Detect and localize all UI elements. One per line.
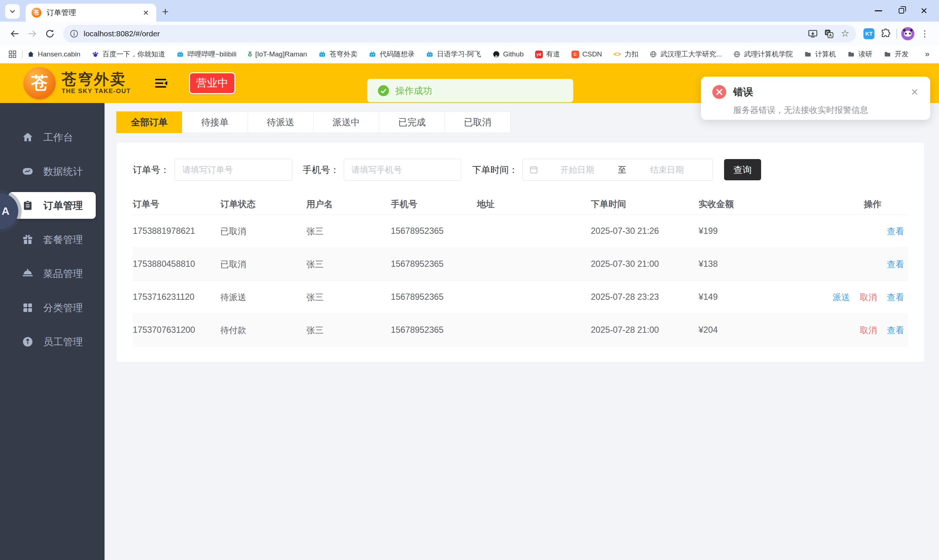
order-tab-4[interactable]: 派送中 [313,111,379,133]
table-cell: 张三 [306,325,391,336]
browser-tab[interactable]: 苍 订单管理 ✕ [26,4,156,22]
start-date-placeholder[interactable]: 开始日期 [538,164,617,175]
action-danger-link[interactable]: 取消 [860,291,877,303]
sidebar-item-label: 工作台 [43,131,73,144]
sidebar-item-3[interactable]: 订单管理 [8,192,96,219]
order-tab-6[interactable]: 已取消 [444,111,510,133]
action-view-link[interactable]: 查看 [887,225,904,237]
restore-icon [899,8,904,14]
status-badge[interactable]: 营业中 [189,72,236,94]
translate-icon[interactable]: GA [821,26,837,41]
bookmark-item[interactable]: yd有道 [535,49,560,59]
github-icon [493,51,500,58]
column-header: 订单状态 [220,198,307,210]
bookmark-label: CSDN [583,50,602,58]
install-app-icon[interactable] [805,26,821,41]
end-date-placeholder[interactable]: 结束日期 [628,164,706,175]
minimize-button[interactable] [867,0,890,22]
action-view-link[interactable]: 查看 [887,258,904,270]
bookmark-star-icon[interactable]: ☆ [837,26,853,41]
action-view-link[interactable]: 查看 [887,325,904,336]
new-tab-button[interactable]: + [162,6,169,17]
calendar-icon [529,165,538,174]
bookmark-item[interactable]: 日语学习-阿飞 [426,49,481,59]
bilibili-tv-icon [318,51,326,58]
bookmark-item[interactable]: CCSDN [572,50,602,58]
address-bar[interactable]: localhost:8082/#/order GA ☆ [63,25,856,43]
app-logo[interactable]: 苍 苍穹外卖 THE SKY TAKE-OUT [23,67,131,99]
table-cell: 已取消 [220,258,307,270]
phone-input[interactable] [344,159,461,181]
reload-button[interactable] [41,25,59,43]
order-tab-1[interactable]: 全部订单 [116,111,182,133]
sidebar-item-5[interactable]: 菜品管理 [0,257,105,291]
notification-close-icon[interactable]: ✕ [909,87,920,97]
profile-button[interactable] [899,25,916,42]
order-tab-3[interactable]: 待派送 [248,111,314,133]
kt-extension-button[interactable]: KT [860,25,877,42]
table-cell: ¥149 [698,292,801,302]
bookmark-item[interactable]: 计算机 [804,49,836,59]
bookmark-item[interactable]: Hansen.cabin [27,50,80,58]
order-tab-label: 已完成 [398,116,426,128]
notification-message: 服务器错误，无法接收实时报警信息 [733,105,920,116]
table-cell: 15678952365 [391,226,477,236]
url-text[interactable]: localhost:8082/#/order [83,29,160,38]
bookmark-item[interactable]: 代码随想录 [369,49,415,59]
bookmark-item[interactable]: 读研 [847,49,872,59]
bookmarks-overflow-button[interactable]: » [920,49,934,59]
bookmark-label: [IoT-Mag]Raman [255,50,307,58]
tab-close-icon[interactable]: ✕ [140,8,151,18]
bookmark-item[interactable]: 武汉理工大学研究... [649,49,722,59]
site-info-icon[interactable] [70,29,79,38]
table-cell: 2025-07-28 21:00 [591,325,699,335]
bookmark-item[interactable]: 武理计算机学院 [733,49,793,59]
bookmark-label: 读研 [858,49,872,59]
bookmark-label: Hansen.cabin [38,50,80,58]
sidebar-item-6[interactable]: 分类管理 [0,291,105,325]
bookmark-item[interactable]: 百度一下，你就知道 [92,49,165,59]
site-badge-icon: yd [535,51,543,58]
bookmark-item[interactable]: <>力扣 [613,49,638,59]
sidebar-collapse-button[interactable] [154,77,168,89]
action-primary-link[interactable]: 派送 [833,291,850,303]
browser-tab-strip: 苍 订单管理 ✕ + ✕ [0,0,939,22]
bookmark-item[interactable]: 开发 [883,49,908,59]
date-range-picker[interactable]: 开始日期 至 结束日期 [522,159,713,181]
sidebar-item-label: 分类管理 [43,301,83,314]
restore-button[interactable] [890,0,913,22]
bookmark-label: 日语学习-阿飞 [437,49,481,59]
sidebar-item-4[interactable]: 套餐管理 [0,223,105,257]
table-cell: ¥199 [698,226,801,236]
order-no-input[interactable] [174,159,292,181]
sidebar-item-label: 数据统计 [43,165,83,178]
action-view-link[interactable]: 查看 [887,291,904,303]
bookmark-item[interactable]: Github [493,50,524,58]
sidebar-item-2[interactable]: 数据统计 [0,154,105,188]
table-cell: 待付款 [220,325,307,336]
order-tab-5[interactable]: 已完成 [379,111,445,133]
apps-grid-button[interactable] [5,48,20,61]
bookmark-item[interactable]: 哔哩哔哩~bilibili [176,49,237,59]
order-tab-2[interactable]: 待接单 [182,111,248,133]
table-cell: 1753880458810 [133,259,220,269]
order-time-label: 下单时间： [472,164,518,176]
close-button[interactable]: ✕ [913,0,935,22]
search-button[interactable]: 查询 [724,159,761,180]
browser-menu-button[interactable]: ⋮ [916,25,933,42]
forward-button[interactable] [23,25,41,43]
browser-toolbar: localhost:8082/#/order GA ☆ KT ⋮ [0,22,939,45]
bookmark-label: 力扣 [624,49,638,59]
back-button[interactable] [6,25,23,43]
bookmark-item[interactable]: δ[IoT-Mag]Raman [248,50,307,58]
bookmark-label: 武汉理工大学研究... [660,49,722,59]
folder-icon [804,51,812,58]
sidebar-item-7[interactable]: 员工管理 [0,325,105,359]
extensions-button[interactable] [877,25,894,42]
notification-title: 错误 [733,85,909,98]
bookmark-item[interactable]: 苍穹外卖 [318,49,357,59]
sidebar-item-1[interactable]: 工作台 [0,120,105,154]
action-danger-link[interactable]: 取消 [860,325,877,336]
column-header: 操作 [801,198,908,210]
tab-search-button[interactable] [5,4,20,19]
